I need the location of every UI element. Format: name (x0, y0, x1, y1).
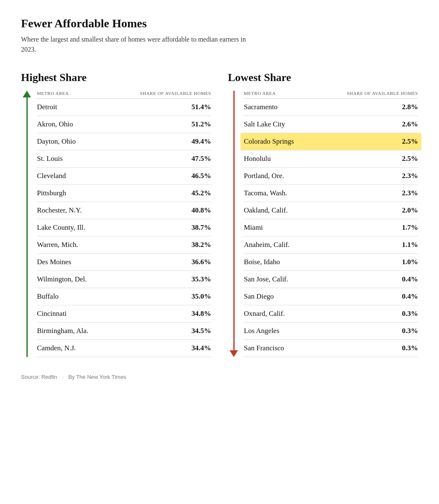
share-value: 0.4% (402, 292, 418, 301)
city-name: Portland, Ore. (244, 172, 284, 180)
table-row: Los Angeles 0.3% (244, 323, 418, 340)
share-value: 2.6% (402, 120, 418, 129)
city-name: Cincinnati (37, 310, 67, 318)
city-name: Anaheim, Calif. (244, 241, 290, 249)
share-value: 51.4% (191, 103, 211, 111)
city-name: Detroit (37, 103, 57, 111)
share-value: 49.4% (191, 137, 211, 146)
city-name: Pittsburgh (37, 189, 66, 197)
table-row: Portland, Ore. 2.3% (244, 168, 418, 185)
table-row: Tacoma, Wash. 2.3% (244, 185, 418, 202)
table-row: Des Moines 36.6% (37, 254, 211, 271)
share-value: 38.2% (191, 241, 211, 249)
city-name: Buffalo (37, 292, 59, 301)
city-name: Lake County, Ill. (37, 223, 85, 232)
share-value: 35.0% (191, 292, 211, 301)
share-value: 34.5% (191, 327, 211, 335)
table-row: Anaheim, Calif. 1.1% (244, 236, 418, 254)
lowest-share-header: SHARE OF AVAILABLE HOMES (347, 91, 418, 96)
share-value: 34.4% (191, 344, 211, 352)
table-row: Boise, Idaho 1.0% (244, 254, 418, 271)
table-row: San Francisco 0.3% (244, 340, 418, 357)
table-row: Cleveland 46.5% (37, 168, 211, 185)
lowest-metro-header: METRO AREA (244, 91, 276, 96)
highest-share-title: Highest Share (21, 71, 211, 84)
table-row: Colorado Springs 2.5% (240, 133, 421, 150)
footer-separator: · (62, 374, 64, 380)
page-subtitle: Where the largest and smallest share of … (21, 34, 256, 55)
city-name: Honolulu (244, 155, 271, 163)
table-row: Oxnard, Calif. 0.3% (244, 305, 418, 323)
share-value: 2.0% (402, 206, 418, 215)
table-row: Warren, Mich. 38.2% (37, 236, 211, 254)
share-value: 0.3% (402, 327, 418, 335)
share-value: 47.5% (191, 155, 211, 163)
table-row: Akron, Ohio 51.2% (37, 116, 211, 133)
city-name: Rochester, N.Y. (37, 206, 82, 215)
city-name: San Diego (244, 292, 274, 301)
city-name: Warren, Mich. (37, 241, 78, 249)
city-name: Colorado Springs (244, 137, 294, 146)
table-row: Wilmington, Del. 35.3% (37, 271, 211, 288)
table-row: Sacramento 2.8% (244, 99, 418, 116)
table-row: San Jose, Calif. 0.4% (244, 271, 418, 288)
lowest-share-column: Lowest Share METRO AREA SHARE OF AVAILAB… (228, 71, 418, 357)
table-row: Pittsburgh 45.2% (37, 185, 211, 202)
table-row: Lake County, Ill. 38.7% (37, 219, 211, 236)
city-name: Dayton, Ohio (37, 137, 76, 146)
share-value: 45.2% (191, 189, 211, 197)
share-value: 1.7% (402, 223, 418, 232)
lowest-table-header: METRO AREA SHARE OF AVAILABLE HOMES (244, 91, 418, 99)
share-value: 35.3% (191, 275, 211, 284)
lowest-arrow-col (228, 91, 240, 357)
city-name: Des Moines (37, 258, 71, 266)
city-name: Miami (244, 223, 263, 232)
city-name: Salt Lake City (244, 120, 285, 129)
highest-arrow-col (21, 91, 33, 357)
table-row: Detroit 51.4% (37, 99, 211, 116)
city-name: Cleveland (37, 172, 66, 180)
share-value: 34.8% (191, 310, 211, 318)
highest-table: METRO AREA SHARE OF AVAILABLE HOMES Detr… (37, 91, 211, 357)
footer: Source: Redfin · By The New York Times (21, 374, 418, 380)
highest-metro-header: METRO AREA (37, 91, 69, 96)
city-name: St. Louis (37, 155, 63, 163)
share-value: 2.8% (402, 103, 418, 111)
lowest-share-title: Lowest Share (228, 71, 418, 84)
share-value: 0.4% (402, 275, 418, 284)
table-row: Birmingham, Ala. 34.5% (37, 323, 211, 340)
up-arrow-icon (23, 91, 31, 97)
lowest-rows-container: Sacramento 2.8% Salt Lake City 2.6% Colo… (244, 99, 418, 357)
city-name: Wilmington, Del. (37, 275, 87, 284)
up-arrow-line (26, 97, 28, 357)
share-value: 2.3% (402, 189, 418, 197)
highest-share-header: SHARE OF AVAILABLE HOMES (140, 91, 211, 96)
city-name: Tacoma, Wash. (244, 189, 287, 197)
lowest-table: METRO AREA SHARE OF AVAILABLE HOMES Sacr… (244, 91, 418, 357)
city-name: Oxnard, Calif. (244, 310, 285, 318)
city-name: San Francisco (244, 344, 284, 352)
city-name: Boise, Idaho (244, 258, 280, 266)
city-name: Sacramento (244, 103, 277, 111)
table-row: Salt Lake City 2.6% (244, 116, 418, 133)
table-row: San Diego 0.4% (244, 288, 418, 305)
share-value: 2.5% (402, 137, 418, 146)
main-columns: Highest Share METRO AREA SHARE OF AVAILA… (21, 71, 418, 357)
lowest-inner: METRO AREA SHARE OF AVAILABLE HOMES Sacr… (228, 91, 418, 357)
table-row: Buffalo 35.0% (37, 288, 211, 305)
city-name: Oakland, Calif. (244, 206, 287, 215)
footer-credit: By The New York Times (68, 374, 126, 380)
share-value: 2.5% (402, 155, 418, 163)
city-name: Akron, Ohio (37, 120, 73, 129)
table-row: St. Louis 47.5% (37, 150, 211, 168)
share-value: 51.2% (191, 120, 211, 129)
highest-table-header: METRO AREA SHARE OF AVAILABLE HOMES (37, 91, 211, 99)
highest-inner: METRO AREA SHARE OF AVAILABLE HOMES Detr… (21, 91, 211, 357)
table-row: Miami 1.7% (244, 219, 418, 236)
table-row: Oakland, Calif. 2.0% (244, 202, 418, 219)
share-value: 0.3% (402, 344, 418, 352)
share-value: 46.5% (191, 172, 211, 180)
page-title: Fewer Affordable Homes (21, 17, 418, 30)
footer-source: Source: Redfin (21, 374, 57, 380)
highest-share-column: Highest Share METRO AREA SHARE OF AVAILA… (21, 71, 211, 357)
